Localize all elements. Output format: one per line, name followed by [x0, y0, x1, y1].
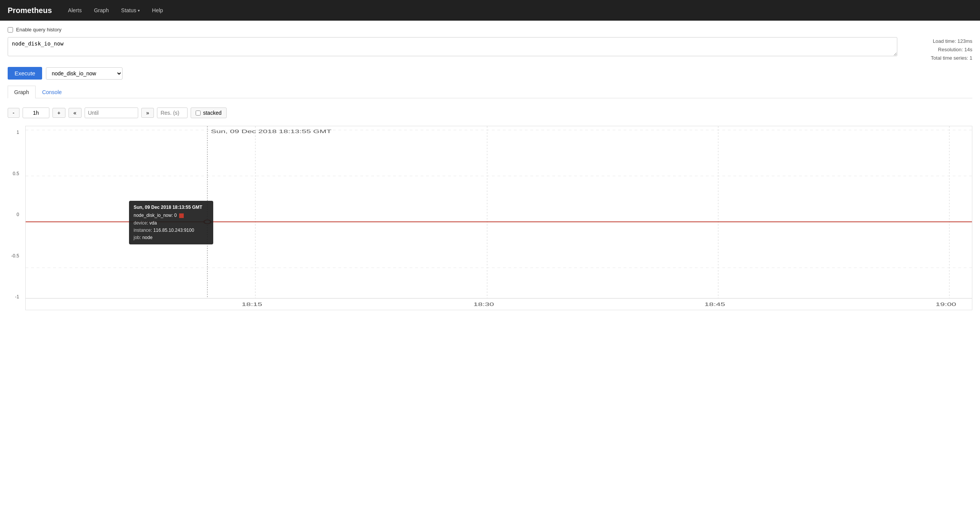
- resolution-stat: Resolution: 14s: [903, 46, 972, 54]
- resolution-label: Resolution:: [938, 47, 963, 52]
- y-label-05: 0.5: [13, 171, 19, 176]
- query-row: node_disk_io_now Load time: 123ms Resolu…: [8, 37, 972, 62]
- navbar: Prometheus Alerts Graph Status ▾ Help: [0, 0, 980, 21]
- query-history-row: Enable query history: [8, 27, 972, 33]
- nav-alerts[interactable]: Alerts: [64, 5, 87, 16]
- load-time-label: Load time:: [933, 38, 956, 44]
- nav-links: Alerts Graph Status ▾ Help: [64, 5, 168, 16]
- nav-graph[interactable]: Graph: [89, 5, 113, 16]
- svg-text:18:45: 18:45: [704, 302, 725, 307]
- query-stats: Load time: 123ms Resolution: 14s Total t…: [903, 37, 972, 62]
- query-textarea-wrapper: node_disk_io_now: [8, 37, 897, 57]
- query-history-label: Enable query history: [16, 27, 62, 33]
- resolution-input[interactable]: [157, 107, 188, 118]
- tabs: Graph Console: [8, 86, 972, 98]
- stacked-checkbox[interactable]: [196, 111, 201, 116]
- stacked-button[interactable]: stacked: [191, 107, 226, 118]
- main-content: Enable query history node_disk_io_now Lo…: [0, 21, 980, 524]
- graph-svg: Sun, 09 Dec 2018 18:13:55 GMT 18:15 18:3…: [26, 126, 972, 310]
- forward-button[interactable]: »: [141, 108, 154, 118]
- y-label-neg05: -0.5: [11, 253, 19, 259]
- until-input[interactable]: [85, 107, 138, 118]
- load-time-stat: Load time: 123ms: [903, 37, 972, 46]
- duration-input[interactable]: [23, 107, 49, 118]
- nav-status-dropdown[interactable]: Status ▾: [116, 5, 144, 16]
- back-button[interactable]: «: [69, 108, 82, 118]
- execute-row: Execute node_disk_io_now: [8, 67, 972, 80]
- graph-wrapper: 1 0.5 0 -0.5 -1: [8, 126, 972, 310]
- zoom-in-button[interactable]: +: [52, 108, 65, 118]
- y-axis: 1 0.5 0 -0.5 -1: [8, 126, 21, 310]
- query-input[interactable]: node_disk_io_now: [8, 37, 897, 56]
- tab-graph[interactable]: Graph: [8, 86, 36, 98]
- y-label-0: 0: [16, 212, 19, 217]
- metric-select[interactable]: node_disk_io_now: [46, 67, 122, 80]
- execute-button[interactable]: Execute: [8, 67, 42, 80]
- y-label-1: 1: [16, 130, 19, 135]
- crosshair-label: Sun, 09 Dec 2018 18:13:55 GMT: [211, 129, 332, 134]
- y-label-neg1: -1: [15, 294, 19, 299]
- svg-text:18:30: 18:30: [474, 302, 494, 307]
- load-time-value: 123ms: [957, 38, 972, 44]
- svg-text:18:15: 18:15: [242, 302, 262, 307]
- svg-text:19:00: 19:00: [936, 302, 956, 307]
- status-dropdown-arrow: ▾: [138, 8, 140, 13]
- tab-console[interactable]: Console: [36, 86, 68, 98]
- query-history-checkbox[interactable]: [8, 27, 13, 33]
- graph-area[interactable]: Sun, 09 Dec 2018 18:13:55 GMT 18:15 18:3…: [25, 126, 972, 310]
- resolution-value: 14s: [964, 47, 972, 52]
- stacked-label: stacked: [203, 110, 221, 116]
- total-series-stat: Total time series: 1: [903, 54, 972, 62]
- total-label: Total time series:: [931, 55, 969, 61]
- brand-link[interactable]: Prometheus: [8, 6, 52, 15]
- zoom-out-button[interactable]: -: [8, 108, 20, 118]
- total-value: 1: [970, 55, 972, 61]
- nav-status-label: Status: [121, 7, 136, 13]
- nav-help[interactable]: Help: [147, 5, 168, 16]
- graph-controls: - + « » stacked: [8, 104, 972, 121]
- svg-point-12: [204, 220, 211, 224]
